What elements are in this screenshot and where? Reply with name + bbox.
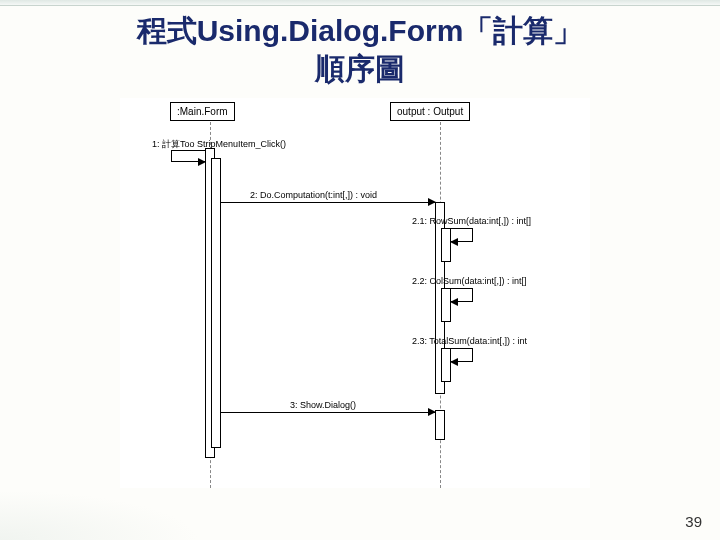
slide-footer-decoration [0,490,200,540]
msg-2-arrowhead [428,198,436,206]
activation-output-showdialog [435,410,445,440]
slide-title: 程式Using.Dialog.Form「計算」 順序圖 [0,12,720,87]
msg-2-2-colsum-label: 2.2: ColSum(data:int[,]) : int[] [412,276,527,286]
page-number: 39 [685,513,702,530]
participant-mainform: :Main.Form [170,102,235,121]
participant-output: output : Output [390,102,470,121]
msg-2-3-arrowhead [450,358,458,366]
msg-2-1-arrowhead [450,238,458,246]
title-line-2: 順序圖 [315,52,405,85]
msg-2-3-totalsum-label: 2.3: TotalSum(data:int[,]) : int [412,336,527,346]
msg-2-arrow [221,202,435,203]
activation-mainform-click [211,158,221,448]
msg-3-arrow [221,412,435,413]
msg-3-arrowhead [428,408,436,416]
msg-2-2-arrowhead [450,298,458,306]
slide-header-decoration [0,0,720,6]
sequence-diagram: :Main.Form output : Output 1: 計算Too Stri… [120,98,590,488]
msg-2-1-rowsum-label: 2.1: RowSum(data:int[,]) : int[] [412,216,531,226]
title-line-1: 程式Using.Dialog.Form「計算」 [137,14,584,47]
msg-1-arrowhead [198,158,206,166]
msg-3-showdialog-label: 3: Show.Dialog() [290,400,356,410]
msg-2-docomputation-label: 2: Do.Computation(t:int[,]) : void [250,190,377,200]
